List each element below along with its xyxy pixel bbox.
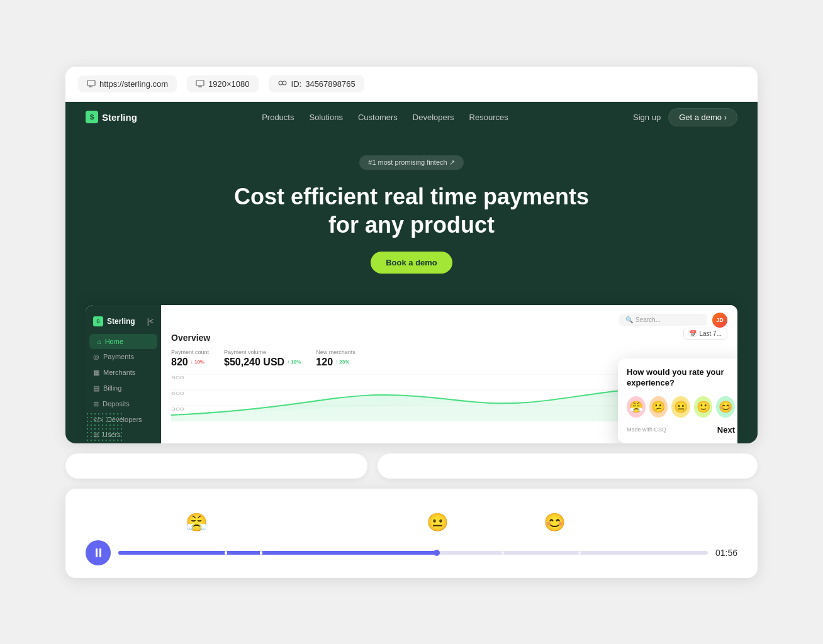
- nav-item-solutions[interactable]: Solutions: [309, 111, 342, 123]
- dash-inner: S Sterling |< ⌂ Home ◎ Payments: [86, 305, 737, 443]
- hero-title: Cost efficient real time payments for an…: [223, 182, 600, 239]
- deposits-icon: ⊞: [93, 400, 99, 408]
- video-progress-thumb: [434, 550, 440, 556]
- survey-next-button[interactable]: Next: [717, 425, 735, 435]
- merchants-icon: ▦: [93, 369, 99, 377]
- stat-payment-volume: Payment volume $50,240 USD ↑ 10%: [224, 349, 301, 368]
- video-progress-fill: [118, 551, 437, 555]
- outer-container: https://sterling.com 1920×1080 ID: 34567…: [65, 67, 758, 578]
- survey-brand: Made with CSQ: [627, 426, 666, 433]
- sidebar-item-payments[interactable]: ◎ Payments: [86, 349, 161, 365]
- stat-payment-volume-label: Payment volume: [224, 349, 301, 355]
- stat-new-merchants-label: New merchants: [316, 349, 356, 355]
- stat-payment-count-value: 820 ↓ 10%: [171, 357, 209, 368]
- payments-icon: ◎: [93, 353, 99, 361]
- user-id-label: ID:: [291, 79, 302, 89]
- dash-sidebar: S Sterling |< ⌂ Home ◎ Payments: [86, 305, 161, 443]
- url-text: https://sterling.com: [99, 79, 168, 89]
- pill-right: [378, 453, 758, 479]
- browser-card: https://sterling.com 1920×1080 ID: 34567…: [65, 67, 758, 443]
- sidebar-item-home[interactable]: ⌂ Home: [89, 334, 157, 349]
- video-progress-track[interactable]: [118, 551, 708, 555]
- billing-icon: ▤: [93, 384, 99, 392]
- sterling-logo: S Sterling: [86, 111, 137, 123]
- emoji-marker-neutral: 😐: [427, 512, 449, 533]
- svg-text:600: 600: [171, 391, 184, 396]
- sidebar-item-billing[interactable]: ▤ Billing: [86, 380, 161, 396]
- emoji-btn-sad[interactable]: 😕: [649, 396, 668, 418]
- hero-badge: #1 most promising fintech ↗: [359, 155, 463, 170]
- search-placeholder: Search...: [635, 316, 661, 323]
- home-label: Home: [105, 338, 123, 345]
- video-controls: 01:56: [86, 540, 737, 565]
- home-icon: ⌂: [97, 338, 101, 345]
- get-demo-button[interactable]: Get a demo ›: [668, 108, 737, 126]
- video-emoji-markers: 😤 😐 😊: [86, 501, 737, 533]
- survey-popup: How would you rate your experience? 😤 😕 …: [618, 358, 737, 443]
- dashboard-preview: S Sterling |< ⌂ Home ◎ Payments: [86, 305, 737, 443]
- sign-up-button[interactable]: Sign up: [633, 113, 661, 122]
- stat-new-merchants-value: 120 ↑ 23%: [316, 357, 356, 368]
- svg-point-6: [279, 81, 283, 85]
- sterling-navbar: S Sterling Products Solutions Customers …: [65, 102, 758, 133]
- nav-item-developers[interactable]: Developers: [413, 111, 454, 123]
- dash-logo: S Sterling |<: [86, 313, 161, 334]
- dash-logo-text: Sterling: [107, 317, 135, 326]
- sidebar-item-deposits[interactable]: ⊞ Deposits: [86, 396, 161, 412]
- svg-rect-0: [87, 80, 95, 86]
- stat-payment-volume-value: $50,240 USD ↑ 10%: [224, 357, 301, 368]
- pause-button[interactable]: [86, 540, 111, 565]
- emoji-btn-angry[interactable]: 😤: [627, 396, 646, 418]
- nav-actions: Sign up Get a demo ›: [633, 108, 737, 126]
- survey-footer: Made with CSQ Next: [627, 425, 735, 435]
- stat-new-merchants: New merchants 120 ↑ 23%: [316, 349, 356, 368]
- dash-header-row: Overview 📅 Last 7...: [171, 333, 727, 349]
- nav-item-customers[interactable]: Customers: [358, 111, 398, 123]
- monitor-icon: [196, 80, 204, 87]
- date-filter-text: Last 7...: [699, 330, 722, 337]
- stat-payment-count-label: Payment count: [171, 349, 209, 355]
- sterling-logo-text: Sterling: [102, 112, 137, 123]
- emoji-marker-angry: 😤: [186, 512, 208, 533]
- hero-section: #1 most promising fintech ↗ Cost efficie…: [65, 133, 758, 305]
- date-filter[interactable]: 📅 Last 7...: [683, 328, 727, 340]
- overview-title: Overview: [171, 333, 210, 343]
- svg-point-7: [283, 81, 286, 85]
- svg-rect-3: [196, 80, 204, 86]
- sterling-logo-icon: S: [86, 111, 98, 123]
- nav-item-products[interactable]: Products: [262, 111, 294, 123]
- calendar-icon: 📅: [689, 330, 697, 337]
- resolution-text: 1920×1080: [208, 79, 249, 89]
- browser-user-id: ID: 34567898765: [269, 75, 364, 92]
- emoji-marker-great: 😊: [544, 512, 566, 533]
- browser-url-bar: https://sterling.com: [78, 75, 177, 92]
- survey-emoji-row: 😤 😕 😐 🙂 😊: [627, 396, 735, 418]
- browser-toolbar: https://sterling.com 1920×1080 ID: 34567…: [65, 67, 758, 102]
- user-avatar: JD: [712, 313, 727, 328]
- billing-label: Billing: [103, 384, 121, 392]
- dots-decoration-left: [86, 412, 123, 443]
- dash-topbar: 🔍 Search... JD: [171, 313, 727, 328]
- browser-resolution: 1920×1080: [187, 75, 258, 92]
- browser-icon: [87, 80, 96, 87]
- dash-search-bar[interactable]: 🔍 Search...: [619, 314, 707, 326]
- sidebar-collapse-icon[interactable]: |<: [147, 317, 154, 326]
- book-demo-button[interactable]: Book a demo: [371, 252, 452, 274]
- dash-logo-icon: S: [93, 316, 103, 326]
- website-container: S Sterling Products Solutions Customers …: [65, 102, 758, 443]
- emoji-btn-good[interactable]: 🙂: [694, 396, 713, 418]
- emoji-btn-neutral[interactable]: 😐: [671, 396, 690, 418]
- stat-payment-count: Payment count 820 ↓ 10%: [171, 349, 209, 368]
- video-time: 01:56: [715, 548, 737, 558]
- stat-payment-count-change: ↓ 10%: [191, 359, 204, 365]
- stat-new-merchants-change: ↑ 23%: [335, 359, 349, 365]
- emoji-btn-great[interactable]: 😊: [716, 396, 735, 418]
- nav-item-resources[interactable]: Resources: [469, 111, 508, 123]
- pause-icon: [96, 548, 101, 557]
- stat-payment-volume-change: ↑ 10%: [287, 359, 301, 365]
- payments-label: Payments: [103, 353, 134, 360]
- users-icon: [277, 80, 288, 87]
- video-player-card: 😤 😐 😊: [65, 489, 758, 578]
- nav-links: Products Solutions Customers Developers …: [262, 111, 508, 123]
- sidebar-item-merchants[interactable]: ▦ Merchants: [86, 365, 161, 380]
